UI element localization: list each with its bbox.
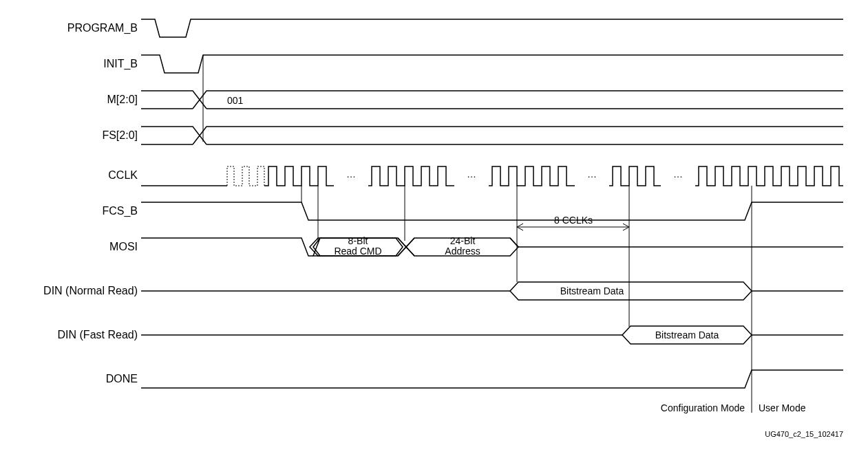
value-m: 001 [227,95,244,106]
wave-fs-top [141,127,843,144]
row-m: M[2:0] 001 [107,91,843,109]
wave-done [141,370,843,388]
label-8cclks: 8 CCLKs [554,215,593,226]
cclk-dotted-burst [227,166,264,186]
row-program-b: PROGRAM_B [67,19,843,37]
label-m: M[2:0] [107,94,138,105]
row-din-fast: DIN (Fast Read) Bitstream Data [58,326,843,344]
addr-l2: Address [445,246,480,257]
row-fs: FS[2:0] [102,127,843,144]
wave-program-b [141,19,843,37]
label-mosi: MOSI [109,241,138,252]
label-user-mode: User Mode [759,402,806,413]
cclk-burst-2 [368,166,454,186]
row-cclk: CCLK … … … … [108,166,843,186]
label-cclk: CCLK [108,169,138,181]
label-program-b: PROGRAM_B [67,22,138,34]
ellipsis-4: … [673,169,683,180]
ellipsis-3: … [587,169,597,180]
readcmd-l1: 8-Bit [348,235,368,246]
wave-init-b [141,55,843,73]
label-init-b: INIT_B [103,58,138,70]
label-din-fast: DIN (Fast Read) [58,329,138,340]
din-normal-data: Bitstream Data [560,285,624,296]
din-fast-data: Bitstream Data [655,329,719,340]
wave-m-top [141,91,843,109]
row-mosi: MOSI 8-Bit Read CMD 24-Bit Address [109,235,843,257]
label-config-mode: Configuration Mode [661,402,745,413]
row-din-normal: DIN (Normal Read) Bitstream Data [43,282,843,300]
label-din-normal: DIN (Normal Read) [43,285,138,296]
label-fs: FS[2:0] [102,129,138,141]
label-done: DONE [106,373,138,385]
row-init-b: INIT_B [103,55,843,73]
cclk-burst-5 [695,166,843,186]
ellipsis-2: … [467,169,476,180]
readcmd-l2: Read CMD [334,246,381,257]
label-fcs-b: FCS_B [102,205,138,217]
timing-diagram: PROGRAM_B INIT_B M[2:0] 001 FS[2:0] CCLK… [0,0,868,454]
cclk-burst-3 [489,166,575,186]
row-fcs-b: FCS_B [102,202,843,220]
ellipsis-1: … [346,169,356,180]
addr-l1: 24-Bit [450,235,476,246]
wave-mosi-lead [141,238,313,256]
figure-id: UG470_c2_15_102417 [765,430,843,438]
row-done: DONE [106,370,843,388]
cclk-burst-1 [264,166,334,186]
dim-8cclks: 8 CCLKs [517,215,629,230]
cclk-burst-4 [609,166,661,186]
wave-fcs-b [141,202,843,220]
mode-labels: Configuration Mode User Mode [661,399,806,413]
